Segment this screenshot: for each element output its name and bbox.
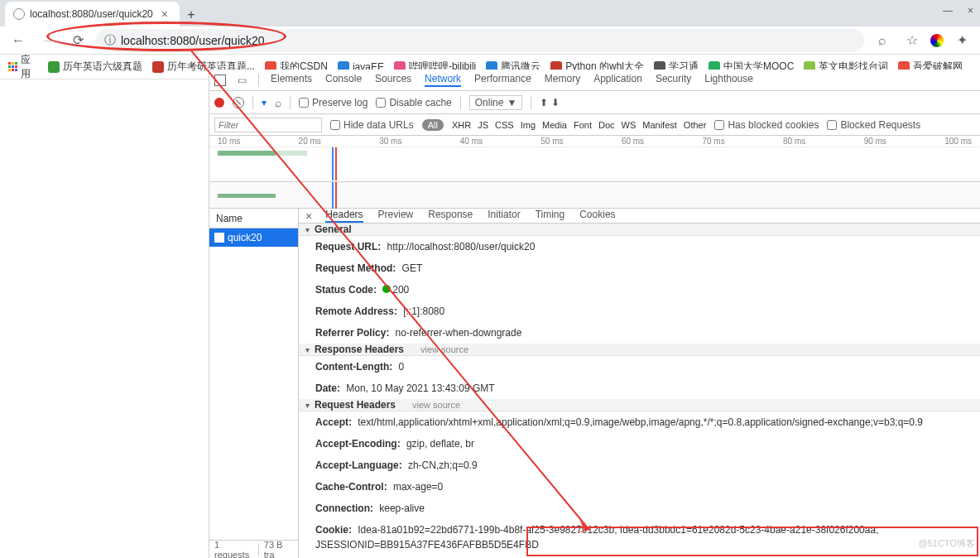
response-headers-section-header[interactable]: Response Headersview source [299,344,980,356]
name-column-header[interactable]: Name [209,209,298,228]
blocked-requests-label: Blocked Requests [840,119,920,131]
apps-button[interactable]: 应用 [8,55,38,79]
hide-data-urls-checkbox[interactable]: Hide data URLs [330,119,414,131]
request-headers-section-header[interactable]: Request Headersview source [299,399,980,411]
filter-type[interactable]: XHR [452,120,471,130]
request-row[interactable]: quick20 [209,228,298,247]
filter-type[interactable]: Other [684,120,707,130]
header-value: Mon, 10 May 2021 13:43:09 GMT [346,382,494,394]
selection-timeline[interactable] [209,182,980,209]
close-detail-button[interactable]: × [305,209,312,223]
bookmark-favicon-icon [48,61,60,73]
inspect-element-icon[interactable] [214,75,226,86]
header-value: http://localhost:8080/user/quick20 [387,241,536,253]
detail-tab[interactable]: Response [428,209,473,223]
toolbar: ← → ⟳ ⓘ localhost:8080/user/quick20 ⌕ ☆ … [0,26,980,55]
filter-type[interactable]: Img [521,120,536,130]
extensions-puzzle-icon[interactable]: ✦ [950,29,973,52]
apps-grid-icon [8,62,17,71]
filter-type[interactable]: WS [622,120,637,130]
filter-type[interactable]: JS [478,120,488,130]
blocked-requests-checkbox[interactable]: Blocked Requests [827,119,920,131]
header-row: Accept-Language: zh-CN,zh;q=0.9 [299,455,980,476]
view-source-link[interactable]: view source [412,400,460,410]
detail-tab[interactable]: Preview [378,209,414,223]
header-row: Content-Length: 0 [299,356,980,378]
devtools-tab[interactable]: Security [656,73,691,87]
bookmark-star-icon[interactable]: ☆ [901,29,924,52]
forward-button[interactable]: → [36,29,60,52]
tick-label: 10 ms [218,137,240,146]
tick-label: 60 ms [622,137,644,146]
header-key: Accept-Language: [315,459,402,471]
minimize-button[interactable]: — [943,5,953,17]
tick-label: 100 ms [944,137,972,146]
devtools-tab[interactable]: Elements [271,73,312,87]
clear-button[interactable] [233,97,244,108]
header-key: Accept-Encoding: [315,438,401,450]
devtools-tab[interactable]: Performance [474,73,531,87]
document-icon [214,233,224,243]
browser-tab[interactable]: localhost:8080/user/quick20 × [5,2,180,26]
general-section-header[interactable]: General [299,224,980,236]
search-icon[interactable] [275,96,281,109]
close-window-button[interactable]: × [968,5,973,17]
watermark: @51CTO博客 [919,537,975,550]
header-row: Accept-Encoding: gzip, deflate, br [299,433,980,455]
has-blocked-label: Has blocked cookies [728,119,819,131]
load-line [335,182,337,209]
filter-type[interactable]: Media [542,120,567,130]
header-value: 0 [399,361,405,373]
filter-type[interactable]: Doc [598,120,615,130]
filter-row: Hide data URLs All XHRJSCSSImgMediaFontD… [209,114,980,136]
import-export-icons[interactable]: ⬆ ⬇ [540,97,559,108]
filter-type[interactable]: Manifest [642,120,677,130]
tick-label: 70 ms [702,137,724,146]
bookmark-favicon-icon [152,61,164,73]
detail-tab[interactable]: Initiator [488,209,520,223]
filter-input[interactable] [214,118,322,132]
has-blocked-checkbox[interactable]: Has blocked cookies [714,119,819,131]
devtools-tab[interactable]: Network [425,73,461,87]
header-key: Cookie: [315,524,352,536]
detail-tab[interactable]: Cookies [579,209,615,223]
view-source-link[interactable]: view source [420,344,468,354]
detail-tab[interactable]: Timing [536,209,565,223]
detail-tab[interactable]: Headers [325,209,363,223]
device-toggle-icon[interactable]: ▭ [238,75,247,86]
filter-type[interactable]: CSS [495,120,514,130]
devtools-tab[interactable]: Memory [545,73,580,87]
preserve-log-checkbox[interactable]: Preserve log [299,97,368,108]
tab-close-button[interactable]: × [158,7,171,21]
network-toolbar: Preserve log Disable cache Online▼ ⬆ ⬇ [209,91,980,114]
bookmark-item[interactable]: 历年英语六级真题 [48,60,142,74]
separator [252,96,253,109]
header-value: max-age=0 [393,481,443,493]
devtools-tab[interactable]: Sources [375,73,411,87]
devtools-panel: ▭ ElementsConsoleSourcesNetworkPerforman… [209,70,980,558]
devtools-tab[interactable]: Lighthouse [704,73,753,87]
transfer-size: 73 B tra [264,540,293,559]
header-value: zh-CN,zh;q=0.9 [408,459,478,471]
devtools-tab[interactable]: Application [593,73,642,87]
reload-button[interactable]: ⟳ [66,29,89,52]
disable-cache-label: Disable cache [389,97,451,108]
record-button[interactable] [214,98,224,108]
separator [290,96,291,109]
new-tab-button[interactable]: + [180,3,203,26]
header-key: Request Method: [315,262,396,274]
filter-toggle-icon[interactable] [262,97,267,108]
disable-cache-checkbox[interactable]: Disable cache [376,97,451,108]
extension-icon[interactable] [930,34,944,47]
devtools-tab[interactable]: Console [325,73,362,87]
tick-label: 90 ms [864,137,886,146]
header-row: Cache-Control: max-age=0 [299,476,980,498]
overview-timeline[interactable]: 10 ms20 ms30 ms40 ms50 ms60 ms70 ms80 ms… [209,136,980,182]
back-button[interactable]: ← [7,29,30,52]
filter-all-pill[interactable]: All [422,119,444,131]
search-icon[interactable]: ⌕ [871,29,894,52]
site-info-icon[interactable]: ⓘ [104,33,116,48]
filter-type[interactable]: Font [574,120,592,130]
throttle-select[interactable]: Online▼ [469,95,523,110]
omnibox[interactable]: ⓘ localhost:8080/user/quick20 [96,29,864,52]
